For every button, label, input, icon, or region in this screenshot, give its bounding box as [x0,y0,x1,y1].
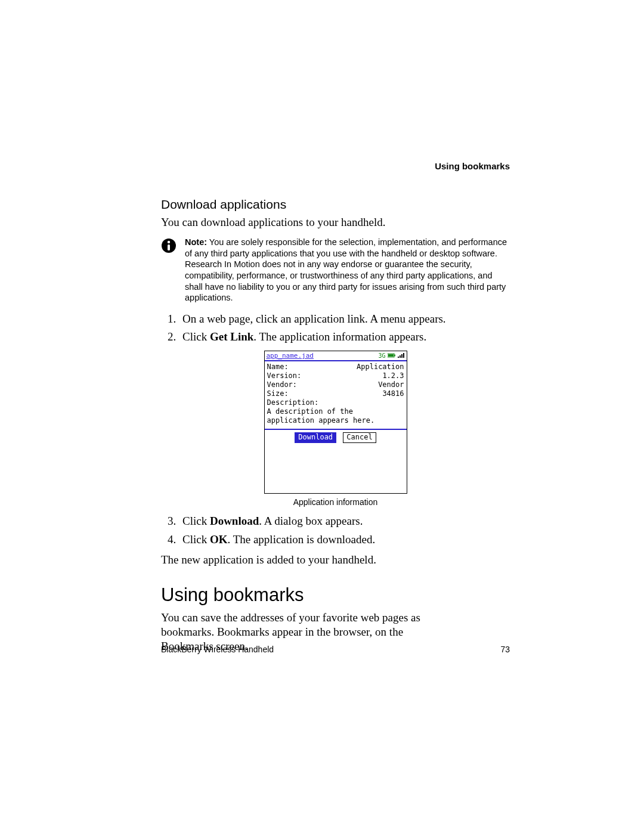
device-vendor-label: Vendor: [267,380,298,389]
battery-icon [388,353,396,358]
info-icon [161,238,177,256]
manual-page: Using bookmarks Download applications Yo… [0,0,644,833]
network-indicator: 3G [378,352,385,359]
using-bookmarks-heading: Using bookmarks [161,584,510,606]
step-2: Click Get Link. The application informat… [179,330,510,345]
device-description-text: A description of the application appears… [265,407,407,425]
download-steps-b: Click Download. A dialog box appears. Cl… [161,514,510,547]
svg-rect-5 [388,354,394,357]
device-title-link: app_name.jad [267,352,314,360]
step-3-pre: Click [182,515,210,527]
device-status-area: 3G [378,352,404,359]
device-name-value: Application [357,363,404,371]
device-size-value: 34816 [382,389,404,398]
device-titlebar: app_name.jad 3G [265,351,407,361]
download-applications-heading: Download applications [161,197,510,212]
svg-point-1 [168,241,170,243]
download-steps-a: On a web page, click an application link… [161,312,510,345]
download-intro: You can download applications to your ha… [161,215,510,230]
step-2-pre: Click [182,330,210,343]
step-3-bold: Download [210,515,259,527]
note-text: Note: You are solely responsible for the… [185,237,510,303]
step-1-text: On a web page, click an application link… [182,312,446,325]
device-vendor-value: Vendor [378,380,404,389]
svg-rect-4 [394,355,395,357]
download-outro: The new application is added to your han… [161,553,510,567]
step-4-pre: Click [182,533,210,546]
svg-rect-2 [168,244,170,250]
device-row-version: Version: 1.2.3 [267,371,404,380]
svg-rect-7 [400,355,401,358]
step-4-bold: OK [210,533,228,546]
svg-rect-6 [398,357,399,358]
svg-rect-9 [403,353,404,358]
device-size-label: Size: [267,389,289,398]
device-separator [265,429,407,430]
step-2-bold: Get Link [210,330,253,343]
running-header: Using bookmarks [161,161,510,171]
device-row-vendor: Vendor: Vendor [267,380,404,389]
figure-caption: Application information [161,497,510,507]
footer-page-number: 73 [500,645,510,654]
device-download-button[interactable]: Download [295,432,336,443]
device-row-desc-label: Description: [267,398,404,407]
step-3-post: . A dialog box appears. [259,515,363,527]
note-label: Note: [185,237,207,247]
device-screenshot: app_name.jad 3G Name: Applicatio [264,351,407,494]
device-row-name: Name: Application [267,363,404,371]
signal-icon [398,353,405,358]
step-3: Click Download. A dialog box appears. [179,514,510,529]
device-desc-label: Description: [267,398,319,407]
svg-rect-8 [401,354,402,358]
note-body: You are solely responsible for the selec… [185,237,507,302]
footer-product: BlackBerry Wireless Handheld [161,645,274,654]
device-version-label: Version: [267,371,302,380]
device-info-rows: Name: Application Version: 1.2.3 Vendor:… [265,361,407,407]
device-version-value: 1.2.3 [382,371,404,380]
device-row-size: Size: 34816 [267,389,404,398]
page-footer: BlackBerry Wireless Handheld 73 [161,645,510,654]
step-2-post: . The application information appears. [253,330,426,343]
note-block: Note: You are solely responsible for the… [161,237,510,303]
step-4: Click OK. The application is downloaded. [179,532,510,547]
device-button-row: Download Cancel [265,432,407,443]
device-name-label: Name: [267,363,289,371]
step-4-post: . The application is downloaded. [227,533,375,546]
device-cancel-button[interactable]: Cancel [343,432,376,443]
step-1: On a web page, click an application link… [179,312,510,327]
